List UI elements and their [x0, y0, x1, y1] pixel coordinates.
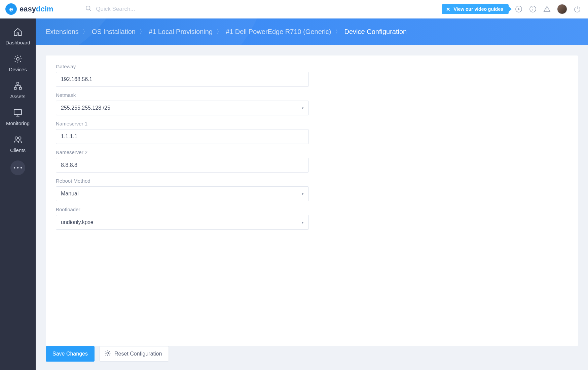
sidebar-item-assets[interactable]: Assets: [0, 77, 36, 103]
sidebar-item-dashboard[interactable]: Dashboard: [0, 23, 36, 49]
global-search[interactable]: [85, 5, 183, 13]
video-guides-label: View our video guides: [453, 6, 503, 12]
sidebar-item-label: Assets: [10, 94, 25, 99]
field-nameserver1: Nameserver 1: [56, 121, 309, 144]
gateway-input[interactable]: [56, 72, 309, 87]
chevron-right-icon: 〉: [335, 29, 340, 35]
sidebar-item-label: Devices: [9, 67, 27, 72]
svg-line-1: [90, 9, 91, 11]
close-icon[interactable]: ✕: [446, 7, 450, 12]
select-value: Manual: [61, 191, 78, 197]
play-icon[interactable]: [515, 5, 523, 13]
field-nameserver2: Nameserver 2: [56, 149, 309, 173]
sidebar-item-clients[interactable]: Clients: [0, 131, 36, 156]
field-reboot-method: Reboot Method Manual: [56, 178, 309, 201]
field-label: Reboot Method: [56, 178, 309, 184]
field-label: Nameserver 1: [56, 121, 309, 126]
breadcrumb-current: Device Configuration: [344, 28, 407, 36]
field-label: Nameserver 2: [56, 149, 309, 155]
svg-point-0: [86, 6, 90, 10]
monitor-icon: [13, 108, 23, 118]
clients-icon: [13, 135, 23, 145]
sidebar-item-devices[interactable]: Devices: [0, 50, 36, 76]
dots-icon: • • •: [13, 165, 22, 171]
svg-point-8: [547, 10, 547, 11]
svg-rect-14: [14, 110, 22, 115]
field-label: Gateway: [56, 64, 309, 69]
svg-point-19: [107, 352, 109, 354]
chevron-right-icon: 〉: [217, 29, 222, 35]
reset-label: Reset Configuration: [114, 351, 162, 357]
breadcrumb-link[interactable]: Extensions: [46, 28, 79, 36]
svg-point-17: [15, 137, 17, 139]
avatar[interactable]: [557, 4, 567, 14]
action-bar: Save Changes Reset Configuration: [46, 346, 578, 362]
field-bootloader: Bootloader undionly.kpxe: [56, 207, 309, 230]
chevron-right-icon: 〉: [83, 29, 88, 35]
home-icon: [13, 27, 23, 38]
sidebar-item-label: Clients: [10, 147, 26, 153]
select-value: 255.255.255.128 /25: [61, 105, 110, 111]
field-netmask: Netmask 255.255.255.128 /25: [56, 92, 309, 115]
power-icon[interactable]: [573, 5, 581, 13]
breadcrumb-link[interactable]: #1 Dell PowerEdge R710 (Generic): [226, 28, 331, 36]
reboot-method-select[interactable]: Manual: [56, 186, 309, 201]
svg-point-6: [532, 7, 533, 8]
alert-icon[interactable]: [543, 5, 551, 13]
svg-rect-13: [20, 87, 22, 89]
sidebar-item-monitoring[interactable]: Monitoring: [0, 104, 36, 130]
nameserver2-input[interactable]: [56, 158, 309, 173]
field-gateway: Gateway: [56, 64, 309, 87]
reset-button[interactable]: Reset Configuration: [99, 346, 169, 362]
logo-mark-icon: e: [5, 3, 17, 15]
logo-text-b: dcim: [36, 5, 53, 13]
save-button[interactable]: Save Changes: [46, 346, 95, 362]
sidebar-item-label: Monitoring: [6, 120, 30, 126]
sidebar: Dashboard Devices Assets Monitoring Clie…: [0, 18, 36, 370]
video-guides-button[interactable]: ✕ View our video guides: [442, 4, 509, 14]
bootloader-select[interactable]: undionly.kpxe: [56, 215, 309, 230]
sidebar-item-label: Dashboard: [5, 40, 30, 45]
svg-marker-3: [518, 8, 520, 10]
search-input[interactable]: [96, 6, 183, 12]
field-label: Bootloader: [56, 207, 309, 212]
logo[interactable]: e easydcim: [5, 3, 53, 15]
breadcrumb: Extensions 〉 OS Installation 〉 #1 Local …: [36, 18, 588, 45]
chevron-right-icon: 〉: [140, 29, 145, 35]
select-value: undionly.kpxe: [61, 219, 94, 225]
breadcrumb-link[interactable]: OS Installation: [92, 28, 136, 36]
form-card: Gateway Netmask 255.255.255.128 /25 Name…: [46, 56, 578, 346]
gear-icon: [13, 54, 23, 65]
nameserver1-input[interactable]: [56, 129, 309, 144]
svg-point-10: [16, 58, 19, 60]
info-icon[interactable]: [529, 5, 537, 13]
svg-rect-11: [17, 82, 19, 84]
topbar-right: ✕ View our video guides: [442, 4, 581, 14]
main: Extensions 〉 OS Installation 〉 #1 Local …: [36, 18, 588, 370]
more-menu-button[interactable]: • • •: [10, 160, 25, 175]
svg-rect-12: [14, 87, 16, 89]
search-icon: [85, 5, 92, 13]
field-label: Netmask: [56, 92, 309, 98]
assets-icon: [13, 81, 23, 91]
breadcrumb-link[interactable]: #1 Local Provisioning: [149, 28, 213, 36]
svg-point-18: [19, 137, 21, 139]
topbar: e easydcim ✕ View our video guides: [0, 0, 588, 18]
gear-icon: [104, 350, 111, 358]
logo-text-a: easy: [20, 5, 36, 13]
netmask-select[interactable]: 255.255.255.128 /25: [56, 101, 309, 115]
